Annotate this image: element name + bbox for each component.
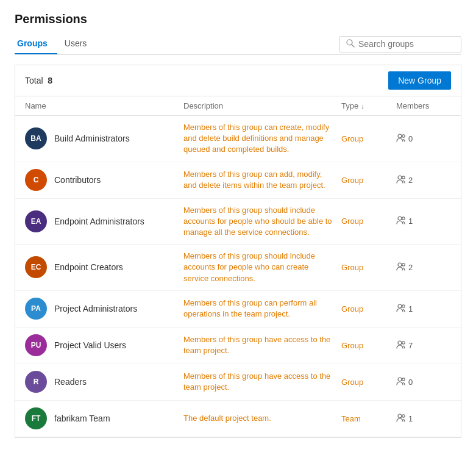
tab-groups[interactable]: Groups: [15, 34, 57, 54]
members-count: 1: [408, 414, 413, 423]
permissions-page: Permissions Groups Users Total 8 New Gro…: [0, 0, 476, 455]
svg-point-12: [398, 341, 402, 345]
description-cell: The default project team.: [183, 413, 341, 424]
content-area: Total 8 New Group Name Description Type …: [15, 65, 461, 438]
members-icon: [396, 216, 406, 226]
avatar: PA: [25, 298, 47, 320]
table-row[interactable]: R Readers Members of this group have acc…: [15, 364, 461, 401]
members-cell: 0: [396, 134, 451, 144]
svg-point-4: [398, 176, 402, 179]
table-row[interactable]: PU Project Valid Users Members of this g…: [15, 328, 461, 364]
new-group-button[interactable]: New Group: [388, 71, 451, 90]
type-cell: Group: [341, 378, 396, 387]
page-title: Permissions: [15, 12, 461, 26]
table-row[interactable]: PA Project Administrators Members of thi…: [15, 291, 461, 328]
table-row[interactable]: FT fabrikam Team The default project tea…: [15, 401, 461, 437]
name-cell: FT fabrikam Team: [25, 407, 183, 429]
svg-point-14: [398, 378, 402, 381]
tab-users[interactable]: Users: [62, 34, 97, 54]
members-count: 2: [408, 263, 413, 272]
search-box[interactable]: [339, 36, 461, 52]
members-cell: 1: [396, 414, 451, 424]
type-cell: Group: [341, 176, 396, 185]
description-cell: Members of this group have access to the…: [183, 371, 341, 393]
svg-point-9: [402, 263, 405, 266]
svg-point-13: [402, 341, 405, 343]
table-row[interactable]: EC Endpoint Creators Members of this gro…: [15, 245, 461, 291]
name-cell: PU Project Valid Users: [25, 334, 183, 356]
members-count: 0: [408, 134, 413, 143]
svg-point-17: [402, 414, 405, 417]
svg-line-1: [352, 45, 354, 47]
members-icon: [396, 414, 406, 424]
avatar: FT: [25, 407, 47, 429]
sort-icon: ↓: [361, 102, 364, 110]
svg-point-5: [402, 176, 405, 178]
col-header-name: Name: [25, 101, 183, 110]
svg-point-6: [398, 217, 402, 220]
description-cell: Members of this group can add, modify, a…: [183, 169, 341, 191]
total-count: 8: [48, 76, 52, 85]
tabs-header: Groups Users: [15, 34, 461, 55]
name-cell: R Readers: [25, 371, 183, 393]
group-name: Endpoint Creators: [54, 262, 123, 272]
avatar: PU: [25, 334, 47, 356]
svg-point-7: [402, 217, 405, 220]
group-name: Endpoint Administrators: [54, 217, 144, 226]
members-icon: [396, 175, 406, 185]
name-cell: EC Endpoint Creators: [25, 256, 183, 278]
description-cell: Members of this group should include acc…: [183, 205, 341, 238]
type-cell: Group: [341, 217, 396, 226]
total-label: Total 8: [25, 76, 52, 85]
type-cell: Group: [341, 263, 396, 272]
group-name: fabrikam Team: [54, 414, 110, 423]
table-row[interactable]: BA Build Administrators Members of this …: [15, 116, 461, 162]
members-icon: [396, 377, 406, 387]
table-row[interactable]: EA Endpoint Administrators Members of th…: [15, 199, 461, 245]
name-cell: EA Endpoint Administrators: [25, 210, 183, 232]
group-name: Readers: [54, 377, 87, 387]
table-row[interactable]: C Contributors Members of this group can…: [15, 162, 461, 199]
avatar: EA: [25, 210, 47, 232]
group-name: Build Administrators: [54, 134, 130, 143]
members-cell: 7: [396, 340, 451, 351]
svg-point-15: [402, 378, 405, 380]
members-icon: [396, 134, 406, 144]
svg-point-8: [398, 263, 402, 267]
svg-point-2: [398, 134, 402, 138]
col-header-members: Members: [396, 101, 451, 110]
name-cell: PA Project Administrators: [25, 298, 183, 320]
members-count: 0: [408, 378, 413, 387]
members-icon: [396, 304, 406, 314]
members-cell: 1: [396, 216, 451, 226]
group-name: Project Valid Users: [54, 340, 126, 350]
search-input[interactable]: [358, 39, 455, 49]
description-cell: Members of this group have access to the…: [183, 334, 341, 356]
members-cell: 2: [396, 262, 451, 273]
members-count: 1: [408, 304, 413, 313]
col-header-type[interactable]: Type ↓: [341, 101, 396, 110]
members-cell: 2: [396, 175, 451, 185]
members-cell: 1: [396, 304, 451, 314]
tabs-left: Groups Users: [15, 34, 101, 54]
svg-point-16: [398, 414, 402, 418]
name-cell: C Contributors: [25, 169, 183, 191]
avatar: C: [25, 169, 47, 191]
members-icon: [396, 340, 406, 351]
svg-point-11: [402, 304, 405, 307]
type-cell: Group: [341, 341, 396, 350]
avatar: BA: [25, 127, 47, 149]
description-cell: Members of this group can create, modify…: [183, 122, 341, 156]
description-cell: Members of this group can perform all op…: [183, 298, 341, 320]
members-count: 1: [408, 217, 413, 226]
type-cell: Team: [341, 414, 396, 423]
avatar: R: [25, 371, 47, 393]
svg-point-3: [402, 135, 405, 137]
members-count: 7: [408, 341, 413, 350]
description-cell: Members of this group should include acc…: [183, 251, 341, 284]
group-name: Contributors: [54, 175, 101, 185]
col-header-description: Description: [183, 101, 341, 110]
members-cell: 0: [396, 377, 451, 387]
avatar: EC: [25, 256, 47, 278]
members-icon: [396, 262, 406, 273]
